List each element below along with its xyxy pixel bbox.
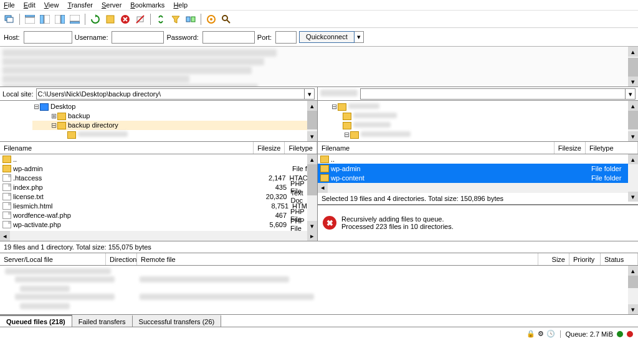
directory-trees: Local site: ▾ ⊟Desktop ⊞backup ⊟backup d… xyxy=(0,87,638,142)
col-server[interactable]: Server/Local file xyxy=(0,253,106,265)
tree-item-backup[interactable]: backup xyxy=(68,111,90,121)
local-tree-scrollbar[interactable]: ▴ ▾ xyxy=(307,101,317,141)
process-queue-icon[interactable] xyxy=(103,12,117,26)
svg-point-18 xyxy=(222,16,227,21)
col-filename-r[interactable]: Filename xyxy=(318,142,555,154)
toggle-log-icon[interactable] xyxy=(23,12,37,26)
cancel-icon[interactable] xyxy=(118,12,132,26)
local-site-dropdown[interactable]: ▾ xyxy=(305,88,315,100)
local-file-list[interactable]: Filename Filesize Filetype ..wp-adminFil… xyxy=(0,142,318,241)
col-status[interactable]: Status xyxy=(601,253,638,265)
toolbar xyxy=(0,11,638,28)
menu-edit[interactable]: Edit xyxy=(24,1,36,9)
clock-icon: 🕓 xyxy=(546,330,555,338)
remote-scroll-h[interactable]: ◂▸ xyxy=(318,183,638,193)
list-item[interactable]: liesmich.html8,751HTML F xyxy=(0,201,317,210)
tab-queued[interactable]: Queued files (218) xyxy=(0,315,72,327)
password-input[interactable] xyxy=(202,31,255,44)
list-item[interactable]: wordfence-waf.php467PHP File xyxy=(0,210,317,220)
lock-icon: 🔒 xyxy=(526,330,535,338)
refresh-icon[interactable] xyxy=(88,12,102,26)
reconnect-icon[interactable] xyxy=(154,12,168,26)
local-scroll-v[interactable]: ▴▾ xyxy=(307,154,317,231)
list-item[interactable]: wp-adminFile folder xyxy=(318,164,638,173)
toggle-remote-tree-icon[interactable] xyxy=(53,12,67,26)
menu-view[interactable]: View xyxy=(44,1,59,9)
svg-rect-7 xyxy=(61,15,65,24)
status-bar: 🔒 ⚙ 🕓 Queue: 2.7 MiB xyxy=(0,327,638,340)
disconnect-icon[interactable] xyxy=(133,12,147,26)
filter-icon[interactable] xyxy=(169,12,183,26)
col-filetype-r[interactable]: Filetype xyxy=(586,142,638,154)
remote-site-input[interactable] xyxy=(360,88,626,100)
status-dot-green xyxy=(617,331,623,337)
col-direction[interactable]: Direction xyxy=(106,253,137,265)
compare-icon[interactable] xyxy=(184,12,198,26)
tree-item-backup-dir[interactable]: backup directory xyxy=(68,121,118,130)
list-item[interactable]: .. xyxy=(0,154,317,164)
list-item[interactable]: .. xyxy=(318,154,638,164)
queue-msg-line2: Processed 223 files in 10 directories. xyxy=(341,223,454,230)
remote-scroll-v[interactable]: ▴▾ xyxy=(628,154,638,202)
local-site-label: Local site: xyxy=(2,90,34,98)
local-scroll-h[interactable]: ◂▸ xyxy=(0,231,317,241)
svg-rect-5 xyxy=(44,15,50,24)
username-input[interactable] xyxy=(112,31,164,44)
queue-body[interactable]: ▴▾ xyxy=(0,266,638,314)
list-item[interactable]: wp-adminFile fold xyxy=(0,164,317,173)
svg-rect-4 xyxy=(40,15,44,24)
host-input[interactable] xyxy=(24,31,72,44)
menu-transfer[interactable]: Transfer xyxy=(67,1,93,9)
queue-header: Server/Local file Direction Remote file … xyxy=(0,253,638,266)
local-site-input[interactable] xyxy=(36,88,305,100)
svg-rect-8 xyxy=(70,15,80,21)
list-item[interactable]: .htaccess2,147HTACCE xyxy=(0,173,317,182)
col-filetype[interactable]: Filetype xyxy=(285,142,317,154)
menu-file[interactable]: File xyxy=(4,1,15,9)
col-remote[interactable]: Remote file xyxy=(137,253,538,265)
col-filesize-r[interactable]: Filesize xyxy=(555,142,586,154)
tab-failed[interactable]: Failed transfers xyxy=(72,315,133,327)
menu-bar: File Edit View Transfer Server Bookmarks… xyxy=(0,0,638,11)
menu-server[interactable]: Server xyxy=(102,1,121,9)
remote-site-dropdown[interactable]: ▾ xyxy=(626,88,636,100)
list-item[interactable]: license.txt20,320Text Doc xyxy=(0,192,317,201)
queue-size: Queue: 2.7 MiB xyxy=(560,330,613,338)
col-size[interactable]: Size xyxy=(538,253,569,265)
sync-browse-icon[interactable] xyxy=(204,12,218,26)
tree-item-desktop[interactable]: Desktop xyxy=(50,102,75,111)
tab-successful[interactable]: Successful transfers (26) xyxy=(133,315,222,327)
col-filesize[interactable]: Filesize xyxy=(254,142,285,154)
quickconnect-bar: Host: Username: Password: Port: Quickcon… xyxy=(0,28,638,47)
local-selection-status: 19 files and 1 directory. Total size: 15… xyxy=(0,241,638,253)
quickconnect-dropdown[interactable]: ▾ xyxy=(355,31,364,43)
remote-tree[interactable]: ⊟ ⊟ ▴ ▾ xyxy=(318,101,638,141)
log-scrollbar[interactable]: ▴ ▾ xyxy=(628,47,638,86)
search-icon[interactable] xyxy=(219,12,233,26)
list-item[interactable]: wp-contentFile folder xyxy=(318,173,638,182)
remote-selection-status: Selected 19 files and 4 directories. Tot… xyxy=(318,193,638,205)
menu-help[interactable]: Help xyxy=(173,1,188,9)
list-item[interactable]: wp-activate.php5,609PHP File xyxy=(0,220,317,229)
remote-site-label xyxy=(320,90,358,96)
queue-tabs: Queued files (218) Failed transfers Succ… xyxy=(0,314,638,327)
list-item[interactable]: index.php435PHP File xyxy=(0,182,317,192)
svg-rect-10 xyxy=(107,16,114,23)
menu-bookmarks[interactable]: Bookmarks xyxy=(130,1,164,9)
list-item[interactable]: wp-includesFile folder xyxy=(318,182,638,183)
quickconnect-button[interactable]: Quickconnect xyxy=(299,31,355,43)
svg-rect-15 xyxy=(191,17,195,22)
remote-file-list[interactable]: Filename Filesize Filetype ..wp-adminFil… xyxy=(318,142,638,241)
site-manager-icon[interactable] xyxy=(2,12,16,26)
col-priority[interactable]: Priority xyxy=(569,253,601,265)
queue-scroll-v[interactable]: ▴▾ xyxy=(628,266,638,314)
toggle-tree-icon[interactable] xyxy=(38,12,52,26)
col-filename[interactable]: Filename xyxy=(0,142,254,154)
port-input[interactable] xyxy=(275,31,297,44)
svg-rect-2 xyxy=(25,15,35,17)
remote-tree-scrollbar[interactable]: ▴ ▾ xyxy=(628,101,638,141)
password-label: Password: xyxy=(166,34,198,41)
toggle-queue-icon[interactable] xyxy=(68,12,82,26)
message-log: ▴ ▾ xyxy=(0,47,638,87)
local-tree[interactable]: ⊟Desktop ⊞backup ⊟backup directory ▴ ▾ xyxy=(0,101,317,141)
